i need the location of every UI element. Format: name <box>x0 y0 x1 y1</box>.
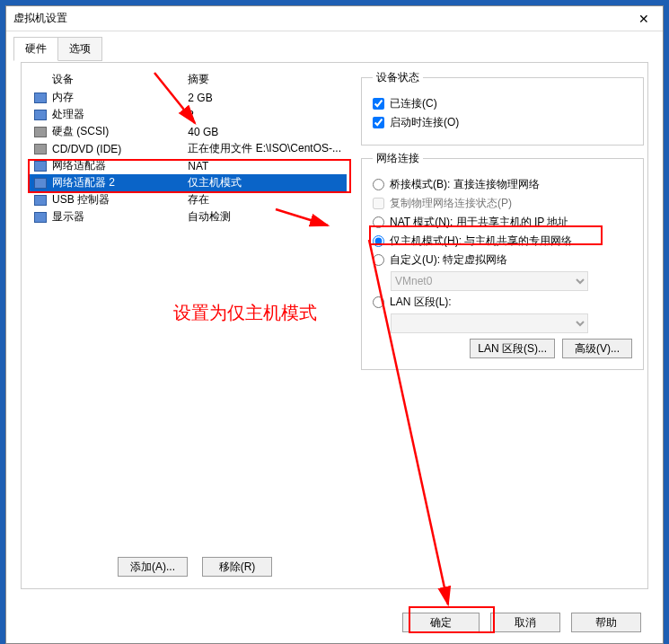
add-button[interactable]: 添加(A)... <box>118 557 188 577</box>
bridge-radio[interactable]: 桥接模式(B): 直接连接物理网络 <box>373 177 632 192</box>
advanced-button[interactable]: 高级(V)... <box>562 339 632 358</box>
device-icon <box>34 195 47 206</box>
device-summary: 存在 <box>182 191 347 208</box>
device-name: USB 控制器 <box>47 191 182 208</box>
tab-strip: 硬件 选项 <box>6 31 663 61</box>
device-row[interactable]: USB 控制器存在 <box>29 191 347 208</box>
device-icon <box>34 144 47 154</box>
device-row[interactable]: 网络适配器NAT <box>29 157 347 174</box>
device-icon <box>34 178 47 189</box>
device-icon <box>34 161 47 172</box>
col-device[interactable]: 设备 <box>47 70 182 89</box>
device-row[interactable]: 网络适配器 2仅主机模式 <box>29 174 347 191</box>
device-summary: 2 <box>182 106 347 123</box>
col-summary[interactable]: 摘要 <box>182 70 347 89</box>
device-table: 设备 摘要 内存2 GB处理器2硬盘 (SCSI)40 GBCD/DVD (ID… <box>29 70 347 225</box>
device-icon <box>34 127 47 137</box>
device-icon <box>34 93 47 103</box>
device-name: 网络适配器 <box>47 157 182 174</box>
connect-poweron-check[interactable]: 启动时连接(O) <box>373 115 632 130</box>
device-summary: 正在使用文件 E:\ISO\CentOS-... <box>182 140 347 157</box>
device-summary: 仅主机模式 <box>182 174 347 191</box>
device-name: 硬盘 (SCSI) <box>47 123 182 140</box>
lanseg-select <box>391 313 588 333</box>
device-row[interactable]: 硬盘 (SCSI)40 GB <box>29 123 347 140</box>
device-row[interactable]: 内存2 GB <box>29 89 347 106</box>
dialog-buttons: 确定 取消 帮助 <box>6 613 663 632</box>
device-status-group: 设备状态 已连接(C) 启动时连接(O) <box>361 70 644 146</box>
tab-options[interactable]: 选项 <box>57 37 102 61</box>
tab-hardware[interactable]: 硬件 <box>13 37 58 61</box>
window-title: 虚拟机设置 <box>13 11 67 26</box>
device-summary: 2 GB <box>182 89 347 106</box>
device-row[interactable]: 处理器2 <box>29 106 347 123</box>
replicate-check: 复制物理网络连接状态(P) <box>373 196 632 211</box>
device-name: 处理器 <box>47 106 182 123</box>
custom-radio[interactable]: 自定义(U): 特定虚拟网络 <box>373 252 632 268</box>
device-name: 内存 <box>47 89 182 106</box>
remove-button[interactable]: 移除(R) <box>202 557 272 577</box>
vmnet-select: VMnet0 <box>391 271 588 291</box>
device-name: CD/DVD (IDE) <box>47 140 182 157</box>
network-legend: 网络连接 <box>373 151 423 166</box>
title-bar: 虚拟机设置 ✕ <box>6 6 663 31</box>
lanseg-radio[interactable]: LAN 区段(L): <box>373 295 632 310</box>
device-name: 网络适配器 2 <box>47 174 182 191</box>
settings-panel: 设备状态 已连接(C) 启动时连接(O) 网络连接 桥接模式(B): 直接连接物… <box>354 63 647 588</box>
device-row[interactable]: 显示器自动检测 <box>29 208 347 225</box>
device-summary: 40 GB <box>182 123 347 140</box>
device-status-legend: 设备状态 <box>373 70 423 85</box>
cancel-button[interactable]: 取消 <box>490 613 560 632</box>
device-panel: 设备 摘要 内存2 GB处理器2硬盘 (SCSI)40 GBCD/DVD (ID… <box>22 63 354 588</box>
device-summary: NAT <box>182 157 347 174</box>
network-group: 网络连接 桥接模式(B): 直接连接物理网络 复制物理网络连接状态(P) NAT… <box>361 151 644 370</box>
device-icon <box>34 110 47 120</box>
content-pane: 设备 摘要 内存2 GB处理器2硬盘 (SCSI)40 GBCD/DVD (ID… <box>21 62 648 589</box>
help-button[interactable]: 帮助 <box>571 613 641 632</box>
connected-check[interactable]: 已连接(C) <box>373 96 632 111</box>
device-icon <box>34 212 47 223</box>
device-row[interactable]: CD/DVD (IDE)正在使用文件 E:\ISO\CentOS-... <box>29 140 347 157</box>
close-icon[interactable]: ✕ <box>625 6 663 31</box>
nat-radio[interactable]: NAT 模式(N): 用于共享主机的 IP 地址 <box>373 215 632 230</box>
device-summary: 自动检测 <box>182 208 347 225</box>
lan-segments-button[interactable]: LAN 区段(S)... <box>470 339 555 358</box>
hostonly-radio[interactable]: 仅主机模式(H): 与主机共享的专用网络 <box>373 234 632 249</box>
ok-button[interactable]: 确定 <box>402 613 480 632</box>
device-name: 显示器 <box>47 208 182 225</box>
